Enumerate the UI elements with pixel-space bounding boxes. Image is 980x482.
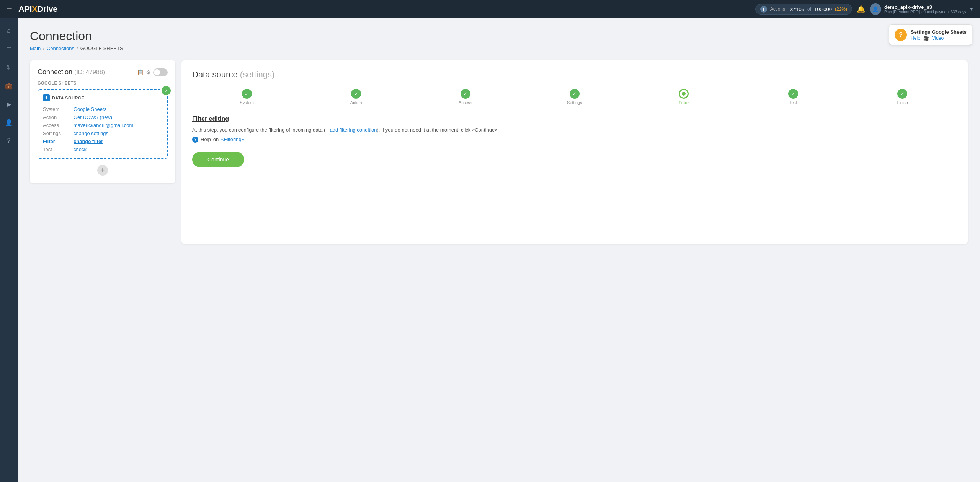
table-row: Test check <box>43 145 162 153</box>
briefcase-icon[interactable]: 💼 <box>3 80 15 92</box>
step-label-action: Action <box>350 100 362 105</box>
row-settings-label: Settings <box>43 129 74 137</box>
check-badge: ✓ <box>162 86 171 95</box>
row-test-label: Test <box>43 145 74 153</box>
card-header: Connection (ID: 47988) 📋 ⚙ <box>38 68 168 76</box>
step-label-system: System <box>240 100 254 105</box>
breadcrumb-sep1: / <box>43 46 44 51</box>
step-progress: ✓ System ✓ Action ✓ Access <box>192 89 957 105</box>
breadcrumb-connections[interactable]: Connections <box>47 46 74 51</box>
connection-icons: 📋 ⚙ <box>137 68 168 76</box>
step-action: ✓ Action <box>301 89 410 105</box>
datasource-title: Data source (settings) <box>192 70 957 80</box>
filter-help-on: on <box>213 137 219 142</box>
row-action-value[interactable]: Get ROWS (new) <box>74 114 112 120</box>
info-icon: i <box>760 6 767 13</box>
bell-button[interactable]: 🔔 <box>857 5 865 13</box>
logo-drive: Drive <box>37 4 57 14</box>
breadcrumb-main[interactable]: Main <box>30 46 41 51</box>
actions-used: 22'109 <box>789 7 804 12</box>
help-bubble-title: Settings Google Sheets <box>911 29 967 35</box>
user-plan: Plan |Premium PRO| left until payment 33… <box>884 10 966 14</box>
datasource-header: 1 DATA SOURCE <box>43 94 162 101</box>
actions-label: Actions: <box>770 7 787 12</box>
left-card: Connection (ID: 47988) 📋 ⚙ GOOGLE SHEETS… <box>30 60 175 183</box>
row-settings-value[interactable]: change settings <box>74 130 108 136</box>
video-icon[interactable]: ▶ <box>3 98 15 110</box>
help-links: Settings Google Sheets Help 🎥 Video <box>911 29 967 41</box>
breadcrumb: Main / Connections / GOOGLE SHEETS <box>30 46 968 51</box>
step-finish: ✓ Finish <box>848 89 957 105</box>
video-link[interactable]: Video <box>932 36 944 41</box>
row-test-value[interactable]: check <box>74 147 87 152</box>
row-action-label: Action <box>43 113 74 121</box>
step-circle-finish: ✓ <box>897 89 907 99</box>
question-mark-icon: ? <box>895 29 907 41</box>
help-link[interactable]: Help <box>911 36 920 41</box>
table-row: Filter change filter <box>43 137 162 145</box>
page-content: ? Settings Google Sheets Help 🎥 Video Co… <box>18 18 980 482</box>
filter-help: ? Help on «Filtering» <box>192 137 957 143</box>
step-circle-action: ✓ <box>351 89 361 99</box>
user-icon[interactable]: 👤 <box>3 116 15 129</box>
actions-of: of <box>807 7 811 12</box>
table-row: Settings change settings <box>43 129 162 137</box>
row-filter-value[interactable]: change filter <box>74 138 103 144</box>
add-datasource-button[interactable]: + <box>97 165 108 176</box>
filter-desc-pre: At this step, you can configure the filt… <box>192 127 325 133</box>
row-filter-label[interactable]: Filter <box>43 138 55 144</box>
step-label-finish: Finish <box>897 100 908 105</box>
row-system-value[interactable]: Google Sheets <box>74 106 106 112</box>
billing-icon[interactable]: $ <box>3 61 15 73</box>
topnav: ☰ APIXDrive i Actions: 22'109 of 100'000… <box>0 0 980 18</box>
logo-x: X <box>32 4 37 14</box>
content-area: ⌂ ◫ $ 💼 ▶ 👤 ? ? Settings Google Sheets H… <box>0 18 980 482</box>
step-label-settings: Settings <box>567 100 582 105</box>
step-settings: ✓ Settings <box>520 89 629 105</box>
row-access-label: Access <box>43 121 74 129</box>
user-section[interactable]: 👤 demo_apix-drive_s3 Plan |Premium PRO| … <box>870 3 974 15</box>
help-bubble: ? Settings Google Sheets Help 🎥 Video <box>889 24 972 45</box>
step-label-filter: Filter <box>679 100 689 105</box>
filter-desc-post: ). If you do not need it at the moment, … <box>377 127 499 133</box>
logo-api: API <box>18 4 32 14</box>
filter-desc: At this step, you can configure the filt… <box>192 126 957 134</box>
google-sheets-label: GOOGLE SHEETS <box>38 81 168 85</box>
breadcrumb-sep2: / <box>77 46 78 51</box>
datasource-title-settings: (settings) <box>240 70 274 79</box>
left-nav: ⌂ ◫ $ 💼 ▶ 👤 ? <box>0 18 18 482</box>
table-row: System Google Sheets <box>43 105 162 113</box>
connection-id: (ID: 47988) <box>74 69 105 75</box>
right-card: Data source (settings) ✓ System ✓ <box>181 60 968 244</box>
filtering-link[interactable]: «Filtering» <box>221 137 244 142</box>
row-system-label: System <box>43 105 74 113</box>
gear-icon[interactable]: ⚙ <box>146 69 151 75</box>
avatar: 👤 <box>870 3 881 15</box>
question-icon[interactable]: ? <box>3 135 15 147</box>
step-label-test: Test <box>789 100 797 105</box>
help-actions: Help 🎥 Video <box>911 36 967 41</box>
filter-editing-title: Filter editing <box>192 116 957 122</box>
actions-total: 100'000 <box>814 7 832 12</box>
toggle-switch[interactable] <box>153 68 168 76</box>
step-circle-access: ✓ <box>461 89 470 99</box>
copy-icon[interactable]: 📋 <box>137 69 144 75</box>
continue-button[interactable]: Continue <box>192 152 244 167</box>
actions-badge: i Actions: 22'109 of 100'000 (22%) <box>755 4 852 15</box>
row-access-value[interactable]: maverickandrii@gmail.com <box>74 122 133 128</box>
hamburger-icon[interactable]: ☰ <box>6 5 12 13</box>
filter-help-label: Help <box>201 137 211 142</box>
step-filter: Filter <box>629 89 738 105</box>
logo: APIXDrive <box>18 4 57 14</box>
add-filtering-condition-link[interactable]: + add filtering condition <box>325 127 377 133</box>
connection-label-text: Connection <box>38 68 72 76</box>
step-label-access: Access <box>459 100 472 105</box>
home-icon[interactable]: ⌂ <box>3 24 15 37</box>
datasource-label: DATA SOURCE <box>52 96 84 100</box>
connections-icon[interactable]: ◫ <box>3 43 15 55</box>
datasource-num: 1 <box>43 94 50 101</box>
help-video-icon: 🎥 <box>923 36 929 41</box>
breadcrumb-current: GOOGLE SHEETS <box>80 46 123 51</box>
help-circle-icon: ? <box>192 137 198 143</box>
step-circle-test: ✓ <box>788 89 798 99</box>
